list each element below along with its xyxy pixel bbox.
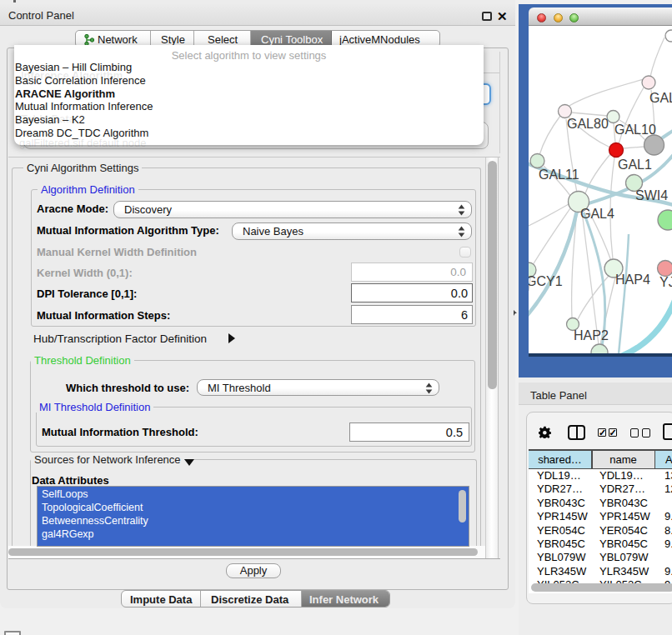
svg-text:HAP4: HAP4 <box>615 272 650 287</box>
svg-text:GAL11: GAL11 <box>539 168 579 182</box>
svg-text:GAL10: GAL10 <box>614 122 656 137</box>
svg-text:GCY1: GCY1 <box>529 274 563 288</box>
svg-text:YJ: YJ <box>659 275 672 289</box>
svg-text:HAP2: HAP2 <box>574 328 609 342</box>
svg-text:GAL7: GAL7 <box>649 91 672 105</box>
svg-text:GAL4: GAL4 <box>580 207 614 221</box>
svg-text:SWI4: SWI4 <box>635 188 668 202</box>
svg-text:GAL1: GAL1 <box>618 158 652 172</box>
svg-text:GAL80: GAL80 <box>567 117 609 131</box>
